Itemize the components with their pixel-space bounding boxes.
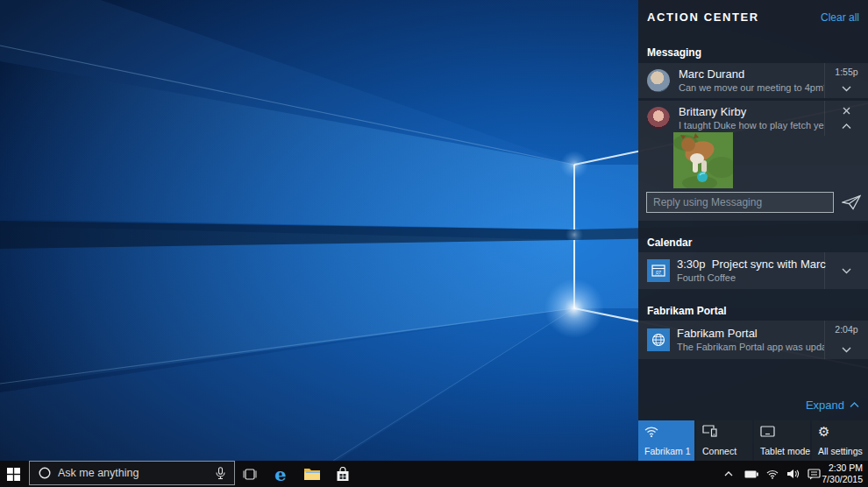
send-icon[interactable] <box>842 194 861 210</box>
chevron-down-icon[interactable] <box>840 82 854 95</box>
chevron-down-icon[interactable] <box>840 343 854 356</box>
action-center-panel: ACTION CENTER Clear all Messaging Marc D… <box>638 0 868 461</box>
chevron-up-icon[interactable] <box>840 120 854 132</box>
notification-time: 2:04p <box>835 324 857 335</box>
action-center-icon <box>808 469 821 480</box>
notification-time: 1:55p <box>835 67 857 77</box>
quick-actions-row: Fabrikam 1 Connect <box>638 420 868 461</box>
notification-brittany-kirby[interactable]: Brittany Kirby I taught Duke how to play… <box>638 101 868 221</box>
quick-action-tablet-mode[interactable]: Tablet mode <box>754 420 810 461</box>
taskbar: e <box>0 461 868 487</box>
fabrikam-section-label: Fabrikam Portal <box>647 305 727 317</box>
calendar-icon: 07 <box>647 259 670 282</box>
tablet-mode-icon <box>760 425 775 441</box>
battery-icon <box>744 470 758 478</box>
close-icon[interactable] <box>840 104 854 116</box>
folder-icon <box>303 467 321 481</box>
volume-tray-button[interactable] <box>783 461 802 487</box>
start-button[interactable] <box>0 461 26 487</box>
svg-text:07: 07 <box>656 270 661 275</box>
avatar <box>647 69 670 92</box>
wifi-icon <box>766 469 779 479</box>
sender-name: Brittany Kirby <box>679 105 824 119</box>
quick-action-all-settings[interactable]: ⚙ All settings <box>812 420 868 461</box>
notification-calendar-event[interactable]: 07 3:30p Project sync with Marc Fourth C… <box>638 252 868 289</box>
desktop-screen: ACTION CENTER Clear all Messaging Marc D… <box>0 0 868 487</box>
notification-text: The Fabrikam Portal app was updated <box>677 341 824 353</box>
cortana-circle-icon <box>39 467 51 479</box>
globe-icon <box>647 328 670 351</box>
message-photo-dog[interactable] <box>673 132 733 188</box>
notification-fabrikam-portal[interactable]: Fabrikam Portal The Fabrikam Portal app … <box>638 321 868 359</box>
wifi-tray-button[interactable] <box>764 461 781 487</box>
file-explorer-button[interactable] <box>300 461 324 487</box>
notification-marc-durand[interactable]: Marc Durand Can we move our meeting to 4… <box>638 63 868 98</box>
connect-icon <box>702 425 717 441</box>
quick-action-connect[interactable]: Connect <box>696 420 752 461</box>
event-location: Fourth Coffee <box>677 272 824 284</box>
clock-date: 7/30/2015 <box>822 474 863 485</box>
edge-icon: e <box>274 465 286 483</box>
event-title: 3:30p Project sync with Marc <box>677 258 824 272</box>
microphone-icon[interactable] <box>216 467 225 480</box>
sender-name: Marc Durand <box>679 67 824 81</box>
message-preview: I taught Duke how to play fetch yesterda… <box>679 119 824 131</box>
app-name: Fabrikam Portal <box>677 327 824 341</box>
search-input[interactable] <box>58 467 207 479</box>
clock[interactable]: 2:30 PM 7/30/2015 <box>822 462 863 485</box>
action-center-tray-button[interactable] <box>804 461 823 487</box>
chevron-up-icon <box>724 471 733 476</box>
edge-browser-button[interactable]: e <box>268 461 293 487</box>
wifi-icon <box>644 425 658 441</box>
calendar-section-label: Calendar <box>647 236 692 249</box>
message-preview: Can we move our meeting to 4pm? <box>679 81 824 94</box>
clear-all-link[interactable]: Clear all <box>821 11 859 24</box>
battery-tray-button[interactable] <box>742 461 761 487</box>
cortana-search-box[interactable] <box>29 461 235 485</box>
messaging-section-label: Messaging <box>647 46 701 59</box>
show-hidden-icons-button[interactable] <box>721 461 736 487</box>
reply-input[interactable] <box>646 192 834 213</box>
action-center-title: ACTION CENTER <box>647 11 759 24</box>
chevron-up-icon <box>850 402 859 408</box>
expand-link[interactable]: Expand <box>806 399 859 412</box>
windows-logo-icon <box>7 468 20 481</box>
chevron-down-icon[interactable] <box>840 265 854 277</box>
store-bag-icon <box>336 467 350 482</box>
avatar <box>647 107 670 130</box>
task-view-button[interactable] <box>238 461 261 487</box>
quick-action-fabrikam1[interactable]: Fabrikam 1 <box>638 420 694 461</box>
store-button[interactable] <box>331 461 355 487</box>
speaker-icon <box>786 469 800 479</box>
clock-time: 2:30 PM <box>822 462 863 474</box>
settings-gear-icon: ⚙ <box>818 425 829 438</box>
task-view-icon <box>242 469 258 480</box>
